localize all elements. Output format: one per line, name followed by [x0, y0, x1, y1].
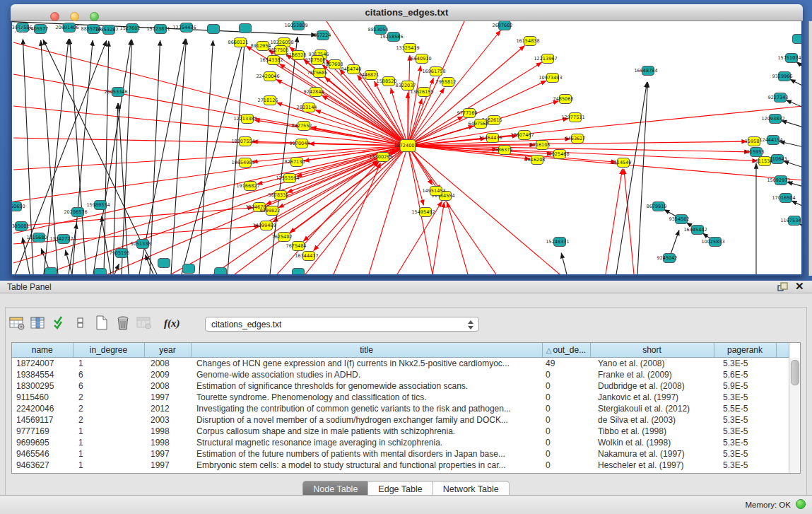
network-node[interactable]: [158, 259, 170, 268]
table-cell[interactable]: 2: [73, 403, 144, 414]
table-cell[interactable]: Tourette syndrome. Phenomenology and cla…: [191, 392, 542, 403]
network-node[interactable]: 21364436: [478, 134, 502, 143]
table-cell[interactable]: 0: [542, 426, 590, 437]
resize-grip-icon[interactable]: [12, 21, 25, 34]
network-node[interactable]: 10025833: [701, 238, 724, 247]
network-node[interactable]: 2803144: [297, 103, 317, 112]
table-cell[interactable]: 14569117: [12, 414, 73, 426]
network-node[interactable]: 15723871: [146, 25, 170, 34]
network-node[interactable]: 5051338: [131, 240, 151, 249]
column-header-out_degree[interactable]: △out_de...: [542, 343, 590, 358]
table-cell[interactable]: 1998: [144, 426, 191, 437]
network-node[interactable]: 16543382: [259, 56, 283, 65]
table-cell[interactable]: 2008: [144, 358, 191, 370]
table-cell[interactable]: 2012: [144, 403, 191, 414]
network-node[interactable]: 1588520: [377, 77, 397, 86]
table-cell[interactable]: 0: [542, 403, 590, 414]
network-node[interactable]: 9227343: [768, 93, 789, 103]
show-columns-icon[interactable]: [28, 314, 47, 333]
network-node[interactable]: 2687682: [493, 21, 513, 30]
network-node[interactable]: 10025468: [546, 150, 569, 159]
network-node[interactable]: [215, 268, 227, 276]
network-node[interactable]: 9463627: [565, 134, 586, 144]
network-node[interactable]: 16640910: [408, 54, 431, 64]
network-node[interactable]: 1527602: [120, 24, 141, 33]
table-cell[interactable]: 1997: [144, 448, 191, 460]
network-node[interactable]: 25260650: [12, 202, 25, 211]
column-header-short[interactable]: short: [590, 343, 714, 358]
network-node[interactable]: 14951453: [422, 187, 445, 196]
table-cell[interactable]: 49: [542, 358, 590, 370]
network-node[interactable]: 8215953: [744, 148, 765, 157]
network-node[interactable]: 2718126: [258, 96, 278, 105]
table-cell[interactable]: 1: [73, 358, 144, 370]
delete-icon[interactable]: [113, 314, 132, 333]
table-cell[interactable]: Yano et al. (2008): [590, 358, 714, 370]
network-node[interactable]: 11675345: [780, 216, 801, 226]
table-cell[interactable]: 1998: [144, 437, 191, 448]
network-node[interactable]: 7905195: [110, 249, 130, 258]
network-node[interactable]: 12213967: [534, 54, 557, 64]
network-node[interactable]: 16154838: [516, 37, 539, 46]
network-node[interactable]: 9329966: [772, 72, 793, 81]
table-cell[interactable]: 5.3E-5: [714, 426, 776, 437]
network-node[interactable]: 20206576: [64, 208, 87, 217]
table-cell[interactable]: 6: [73, 380, 144, 392]
network-node[interactable]: 1335001: [12, 222, 29, 231]
table-cell[interactable]: 1: [73, 448, 144, 460]
network-node[interactable]: 19218586: [379, 33, 403, 42]
network-node[interactable]: 18107554: [231, 137, 254, 146]
network-node[interactable]: 8427552: [292, 122, 312, 131]
network-node[interactable]: [208, 25, 220, 34]
table-cell[interactable]: Investigating the contribution of common…: [191, 403, 542, 414]
network-node[interactable]: 10973493: [539, 74, 562, 83]
network-node[interactable]: 9777169: [457, 109, 478, 118]
network-node[interactable]: [240, 24, 252, 33]
table-cell[interactable]: Changes of HCN gene expression and I(f) …: [191, 358, 542, 370]
table-cell[interactable]: Tibbo et al. (1998): [590, 426, 714, 437]
float-panel-icon[interactable]: [777, 282, 789, 291]
memory-ok-icon[interactable]: [796, 499, 806, 509]
table-cell[interactable]: 18724007: [12, 358, 73, 370]
table-cell[interactable]: 19384554: [12, 369, 73, 380]
table-row[interactable]: 2242004622012Investigating the contribut…: [12, 403, 789, 414]
table-cell[interactable]: 5.5E-5: [714, 403, 776, 414]
table-cell[interactable]: Hescheler et al. (1997): [590, 460, 714, 471]
table-cell[interactable]: 1997: [144, 392, 191, 403]
table-row[interactable]: 969969511998Structural magnetic resonanc…: [12, 437, 789, 448]
table-cell[interactable]: 0: [542, 460, 590, 471]
network-node[interactable]: 19654985: [231, 158, 254, 168]
table-cell[interactable]: 5.3E-5: [714, 358, 776, 370]
table-scrollbar[interactable]: [789, 358, 800, 473]
network-node[interactable]: 16648784: [634, 66, 657, 76]
table-cell[interactable]: 2009: [144, 369, 191, 380]
network-node[interactable]: 13325419: [396, 44, 419, 53]
select-all-icon[interactable]: [49, 314, 69, 333]
network-node[interactable]: 15989514: [86, 201, 110, 210]
scrollbar-thumb[interactable]: [791, 360, 799, 385]
network-node[interactable]: 12353594: [276, 174, 299, 183]
table-cell[interactable]: Wolkin et al. (1998): [590, 437, 714, 448]
table-row[interactable]: 911546021997Tourette syndrome. Phenomeno…: [12, 392, 789, 403]
table-settings-icon[interactable]: [7, 314, 26, 333]
table-cell[interactable]: 1: [73, 460, 144, 471]
network-node[interactable]: 16961758: [422, 67, 445, 76]
network-node[interactable]: 12213383: [233, 115, 257, 124]
table-cell[interactable]: Embryonic stem cells: a model to study s…: [191, 460, 542, 471]
table-cell[interactable]: 0: [542, 448, 590, 460]
table-cell[interactable]: Stergiakouli et al. (2012): [590, 403, 714, 414]
table-cell[interactable]: 5.3E-5: [714, 437, 776, 448]
table-cell[interactable]: 5.9E-5: [714, 380, 776, 392]
network-node[interactable]: 15958: [745, 137, 760, 146]
window-titlebar[interactable]: citations_edges.txt: [11, 4, 803, 21]
table-cell[interactable]: Genome-wide association studies in ADHD.: [191, 369, 542, 380]
table-selector-dropdown[interactable]: citations_edges.txt: [205, 317, 479, 332]
network-node[interactable]: 10807467: [510, 131, 534, 140]
column-header-pagerank[interactable]: pagerank: [714, 343, 776, 358]
network-node[interactable]: 9499822: [260, 206, 281, 216]
table-cell[interactable]: Franke et al. (2009): [590, 369, 714, 380]
network-node[interactable]: 8679919: [647, 202, 667, 211]
network-node[interactable]: 15692971: [767, 176, 790, 185]
table-row[interactable]: 1938455462009Genome-wide association stu…: [12, 369, 789, 380]
table-row[interactable]: 1830029562008Estimation of significance …: [12, 380, 789, 392]
